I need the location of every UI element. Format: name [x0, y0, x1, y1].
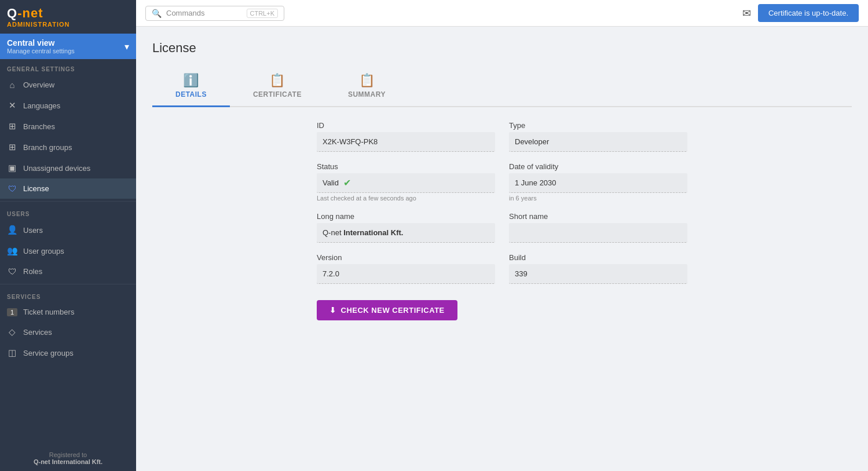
sidebar-footer: Registered to Q-net International Kft. [0, 446, 136, 471]
sidebar-item-branches[interactable]: ⊞ Branches [0, 116, 136, 137]
search-shortcut: CTRL+K [247, 9, 279, 18]
long-name-text: Q-net International Kft. [323, 228, 403, 237]
sidebar-item-label: Service groups [23, 349, 74, 357]
central-view-arrow: ▾ [124, 41, 129, 52]
home-icon: ⌂ [7, 80, 17, 90]
mail-icon[interactable]: ✉ [742, 7, 751, 20]
short-name-field-group: Short name [509, 212, 687, 243]
central-view-title: Central view [7, 38, 75, 48]
version-value: 7.2.0 [317, 264, 495, 284]
sidebar-item-languages[interactable]: ✕ Languages [0, 95, 136, 116]
sidebar-item-overview[interactable]: ⌂ Overview [0, 75, 136, 95]
check-btn-label: CHECK NEW CERTIFICATE [341, 306, 445, 315]
type-field-group: Type Developer [509, 121, 687, 152]
status-hint: Last checked at a few seconds ago [317, 195, 495, 202]
roles-icon: 🛡 [7, 266, 17, 276]
central-view-text: Central view Manage central settings [7, 38, 75, 54]
sidebar-item-label: Overview [23, 81, 54, 89]
company-name: Q-net International Kft. [7, 458, 129, 465]
short-name-value [509, 223, 687, 243]
sidebar-item-roles[interactable]: 🛡 Roles [0, 261, 136, 282]
validity-value: 1 June 2030 [509, 173, 687, 193]
check-new-certificate-button[interactable]: ⬇ CHECK NEW CERTIFICATE [317, 300, 457, 320]
license-icon: 🛡 [7, 184, 17, 193]
admin-label: ADMINISTRATION [7, 21, 70, 28]
build-value: 339 [509, 264, 687, 284]
validity-hint: in 6 years [509, 195, 687, 202]
content: License ℹ️ DETAILS 📋 CERTIFICATE 📋 SUMMA… [136, 27, 868, 471]
type-value: Developer [509, 132, 687, 152]
sidebar-item-services[interactable]: ◇ Services [0, 322, 136, 342]
valid-check-icon: ✔ [343, 177, 351, 188]
logo: Q-net [7, 6, 43, 21]
tab-details[interactable]: ℹ️ DETAILS [152, 67, 230, 107]
central-view-button[interactable]: Central view Manage central settings ▾ [0, 34, 136, 59]
short-name-label: Short name [509, 212, 687, 221]
users-icon: 👤 [7, 225, 17, 235]
page-title: License [152, 41, 852, 56]
tab-summary-label: SUMMARY [348, 90, 386, 98]
users-label: USERS [0, 204, 136, 220]
download-icon: ⬇ [329, 306, 336, 315]
sidebar-header: Q-net ADMINISTRATION [0, 0, 136, 34]
long-name-field-group: Long name Q-net International Kft. [317, 212, 495, 243]
validity-label: Date of validity [509, 162, 687, 171]
long-name-label: Long name [317, 212, 495, 221]
long-name-value: Q-net International Kft. [317, 223, 495, 243]
tab-certificate[interactable]: 📋 CERTIFICATE [230, 67, 325, 107]
tab-details-label: DETAILS [175, 90, 207, 98]
sidebar-item-service-groups[interactable]: ◫ Service groups [0, 342, 136, 363]
version-field-group: Version 7.2.0 [317, 253, 495, 284]
sidebar-item-label: Branches [23, 122, 55, 131]
sidebar-item-users[interactable]: 👤 Users [0, 220, 136, 240]
validity-field-group: Date of validity 1 June 2030 in 6 years [509, 162, 687, 202]
status-value: Valid ✔ [317, 173, 495, 193]
sidebar-item-label: Services [23, 328, 52, 337]
status-field-group: Status Valid ✔ Last checked at a few sec… [317, 162, 495, 202]
ticket-numbers-icon: 1 [7, 308, 17, 316]
sidebar-item-label: User groups [23, 247, 64, 255]
search-icon: 🔍 [152, 9, 162, 18]
tab-certificate-label: CERTIFICATE [253, 90, 302, 98]
sidebar: Q-net ADMINISTRATION Central view Manage… [0, 0, 136, 471]
services-label: SERVICES [0, 287, 136, 302]
id-field-group: ID X2K-W3FQ-PK8 [317, 121, 495, 152]
toast-notification: Certificate is up-to-date. [758, 4, 859, 22]
sidebar-item-label: Languages [23, 101, 60, 110]
status-text: Valid [323, 178, 339, 187]
status-label: Status [317, 162, 495, 171]
unassigned-devices-icon: ▣ [7, 163, 17, 173]
user-groups-icon: 👥 [7, 246, 17, 256]
search-box[interactable]: 🔍 Commands CTRL+K [145, 6, 284, 21]
divider [0, 201, 136, 202]
search-placeholder: Commands [166, 9, 204, 17]
sidebar-item-label: Roles [23, 267, 42, 276]
sidebar-item-unassigned-devices[interactable]: ▣ Unassigned devices [0, 158, 136, 178]
build-label: Build [509, 253, 687, 262]
id-label: ID [317, 121, 495, 130]
languages-icon: ✕ [7, 100, 17, 111]
details-tab-icon: ℹ️ [183, 73, 199, 88]
central-view-subtitle: Manage central settings [7, 48, 75, 54]
sidebar-item-label: License [23, 184, 49, 193]
tab-summary[interactable]: 📋 SUMMARY [325, 67, 409, 107]
sidebar-item-label: Ticket numbers [23, 308, 74, 316]
topbar-right: ✉ Certificate is up-to-date. [742, 4, 859, 22]
registered-to-label: Registered to [49, 451, 87, 458]
sidebar-item-label: Users [23, 226, 43, 235]
sidebar-item-license[interactable]: 🛡 License [0, 178, 136, 199]
check-btn-container: ⬇ CHECK NEW CERTIFICATE [317, 294, 687, 320]
services-icon: ◇ [7, 327, 17, 337]
type-label: Type [509, 121, 687, 130]
sidebar-item-ticket-numbers[interactable]: 1 Ticket numbers [0, 302, 136, 322]
branch-groups-icon: ⊞ [7, 142, 17, 152]
sidebar-item-branch-groups[interactable]: ⊞ Branch groups [0, 137, 136, 158]
version-label: Version [317, 253, 495, 262]
topbar: 🔍 Commands CTRL+K ✉ Certificate is up-to… [136, 0, 868, 27]
service-groups-icon: ◫ [7, 348, 17, 358]
sidebar-item-label: Branch groups [23, 143, 72, 152]
sidebar-item-user-groups[interactable]: 👥 User groups [0, 240, 136, 261]
sidebar-item-label: Unassigned devices [23, 164, 90, 173]
general-settings-label: GENERAL SETTINGS [0, 59, 136, 75]
license-form: ID X2K-W3FQ-PK8 Type Developer Status Va… [317, 121, 687, 320]
